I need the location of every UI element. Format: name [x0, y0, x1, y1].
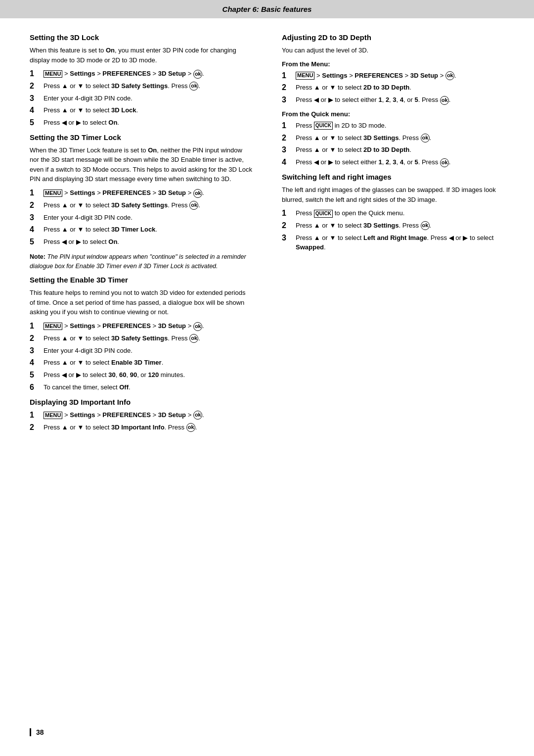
step-number: 1 [282, 121, 293, 131]
step-content: Press ◀ or ▶ to select On. [44, 237, 252, 247]
ok-icon: ok [421, 221, 430, 230]
step-content: Press ▲ or ▼ to select Enable 3D Timer. [44, 358, 252, 368]
step-content: MENU > Settings > PREFERENCES > 3D Setup… [296, 71, 504, 81]
step-item: 2 Press ▲ or ▼ to select 3D Safety Setti… [30, 81, 252, 92]
step-content: Press ◀ or ▶ to select either 1, 2, 3, 4… [296, 95, 504, 105]
step-content: Press ▲ or ▼ to select 3D Safety Setting… [44, 333, 252, 343]
step-item: 4 Press ▲ or ▼ to select 3D Timer Lock. [30, 225, 252, 235]
step-item: 5 Press ◀ or ▶ to select On. [30, 237, 252, 247]
step-content: Press ◀ or ▶ to select On. [44, 118, 252, 128]
step-number: 5 [30, 237, 41, 247]
step-content: MENU > Settings > PREFERENCES > 3D Setup… [44, 69, 252, 79]
step-item: 5 Press ◀ or ▶ to select On. [30, 118, 252, 128]
menu-icon: MENU [44, 70, 62, 78]
section-2d-to-3d-depth: Adjusting 2D to 3D Depth You can adjust … [282, 33, 504, 168]
step-number: 4 [30, 225, 41, 235]
menu-icon: MENU [44, 323, 62, 330]
section-title-3d-lock: Setting the 3D Lock [30, 33, 252, 42]
step-item: 3 Press ▲ or ▼ to select 2D to 3D Depth. [282, 145, 504, 155]
menu-icon: MENU [44, 189, 62, 197]
from-quick-menu-label: From the Quick menu: [282, 110, 504, 118]
steps-3d-timer-lock: 1 MENU > Settings > PREFERENCES > 3D Set… [30, 188, 252, 247]
note-3d-timer-lock: Note: The PIN input window appears when … [30, 252, 252, 271]
step-content: To cancel the timer, select Off. [44, 382, 252, 392]
steps-displaying-3d-info: 1 MENU > Settings > PREFERENCES > 3D Set… [30, 410, 252, 433]
section-intro-enable-3d-timer: This feature helps to remind you not to … [30, 288, 252, 317]
step-item: 1 MENU > Settings > PREFERENCES > 3D Set… [30, 410, 252, 421]
step-content: Press ▲ or ▼ to select 3D Safety Setting… [44, 200, 252, 210]
quick-icon: QUICK [314, 210, 333, 218]
step-content: Press ▲ or ▼ to select 3D Timer Lock. [44, 225, 252, 235]
section-title-3d-timer-lock: Setting the 3D Timer Lock [30, 133, 252, 142]
ok-icon: ok [193, 322, 202, 331]
step-item: 2 Press ▲ or ▼ to select 3D Safety Setti… [30, 200, 252, 211]
step-item: 2 Press ▲ or ▼ to select 3D Settings. Pr… [282, 133, 504, 143]
step-content: MENU > Settings > PREFERENCES > 3D Setup… [44, 188, 252, 198]
step-content: Press ▲ or ▼ to select 3D Safety Setting… [44, 81, 252, 91]
step-content: Press ▲ or ▼ to select Left and Right Im… [296, 233, 504, 252]
page: Chapter 6: Basic features Setting the 3D… [0, 0, 534, 756]
steps-switching-lr: 1 Press QUICK to open the Quick menu. 2 … [282, 208, 504, 252]
steps-from-menu: 1 MENU > Settings > PREFERENCES > 3D Set… [282, 71, 504, 105]
step-item: 4 Press ▲ or ▼ to select Enable 3D Timer… [30, 358, 252, 368]
step-content: Press ▲ or ▼ to select 2D to 3D Depth. [296, 145, 504, 155]
step-content: MENU > Settings > PREFERENCES > 3D Setup… [44, 410, 252, 420]
section-intro-switching-lr: The left and right images of the glasses… [282, 185, 504, 204]
step-number: 6 [30, 382, 41, 393]
step-number: 4 [30, 105, 41, 116]
step-item: 1 MENU > Settings > PREFERENCES > 3D Set… [30, 321, 252, 331]
step-content: Enter your 4-digit 3D PIN code. [44, 346, 252, 356]
steps-enable-3d-timer: 1 MENU > Settings > PREFERENCES > 3D Set… [30, 321, 252, 393]
step-number: 1 [30, 321, 41, 331]
step-item: 4 Press ▲ or ▼ to select 3D Lock. [30, 105, 252, 116]
ok-icon: ok [186, 423, 195, 432]
step-content: Enter your 4-digit 3D PIN code. [44, 94, 252, 103]
step-item: 2 Press ▲ or ▼ to select 3D Important In… [30, 423, 252, 433]
step-number: 3 [30, 213, 41, 223]
section-intro-2d-3d-depth: You can adjust the level of 3D. [282, 46, 504, 55]
step-content: Press ▲ or ▼ to select 3D Important Info… [44, 423, 252, 432]
step-item: 3 Press ◀ or ▶ to select either 1, 2, 3,… [282, 95, 504, 105]
step-content: MENU > Settings > PREFERENCES > 3D Setup… [44, 321, 252, 331]
step-item: 4 Press ◀ or ▶ to select either 1, 2, 3,… [282, 157, 504, 168]
chapter-title: Chapter 6: Basic features [222, 5, 312, 13]
ok-icon: ok [189, 82, 198, 91]
quick-icon: QUICK [314, 122, 333, 130]
steps-from-quick-menu: 1 Press QUICK in 2D to 3D mode. 2 Press … [282, 121, 504, 168]
page-number: 38 [30, 728, 44, 736]
section-title-2d-3d-depth: Adjusting 2D to 3D Depth [282, 33, 504, 42]
step-item: 1 Press QUICK to open the Quick menu. [282, 208, 504, 219]
menu-icon: MENU [296, 72, 314, 79]
step-item: 2 Press ▲ or ▼ to select 3D Safety Setti… [30, 333, 252, 344]
step-item: 6 To cancel the timer, select Off. [30, 382, 252, 393]
steps-3d-lock: 1 MENU > Settings > PREFERENCES > 3D Set… [30, 69, 252, 128]
step-content: Press ▲ or ▼ to select 2D to 3D Depth. [296, 83, 504, 93]
section-intro-3d-lock: When this feature is set to On, you must… [30, 46, 252, 65]
step-content: Press ▲ or ▼ to select 3D Lock. [44, 105, 252, 115]
step-item: 3 Press ▲ or ▼ to select Left and Right … [282, 233, 504, 252]
step-number: 5 [30, 370, 41, 380]
step-number: 1 [30, 410, 41, 421]
section-enable-3d-timer: Setting the Enable 3D Timer This feature… [30, 276, 252, 392]
step-content: Press QUICK in 2D to 3D mode. [296, 121, 504, 131]
step-content: Press ▲ or ▼ to select 3D Settings. Pres… [296, 221, 504, 231]
right-column: Adjusting 2D to 3D Depth You can adjust … [267, 33, 504, 437]
step-number: 2 [30, 200, 41, 211]
section-switching-left-right: Switching left and right images The left… [282, 173, 504, 252]
chapter-header: Chapter 6: Basic features [0, 0, 534, 18]
step-number: 3 [30, 94, 41, 104]
step-number: 1 [282, 71, 293, 81]
step-number: 5 [30, 118, 41, 128]
ok-icon: ok [445, 71, 454, 80]
section-displaying-3d-info: Displaying 3D Important Info 1 MENU > Se… [30, 398, 252, 433]
ok-icon: ok [440, 96, 449, 105]
step-number: 2 [282, 221, 293, 231]
step-item: 1 MENU > Settings > PREFERENCES > 3D Set… [30, 69, 252, 79]
step-item: 1 MENU > Settings > PREFERENCES > 3D Set… [282, 71, 504, 81]
ok-icon: ok [440, 158, 449, 167]
from-menu-label: From the Menu: [282, 60, 504, 68]
section-title-enable-3d-timer: Setting the Enable 3D Timer [30, 276, 252, 284]
ok-icon: ok [189, 334, 198, 343]
step-item: 3 Enter your 4-digit 3D PIN code. [30, 213, 252, 223]
step-number: 1 [30, 69, 41, 79]
